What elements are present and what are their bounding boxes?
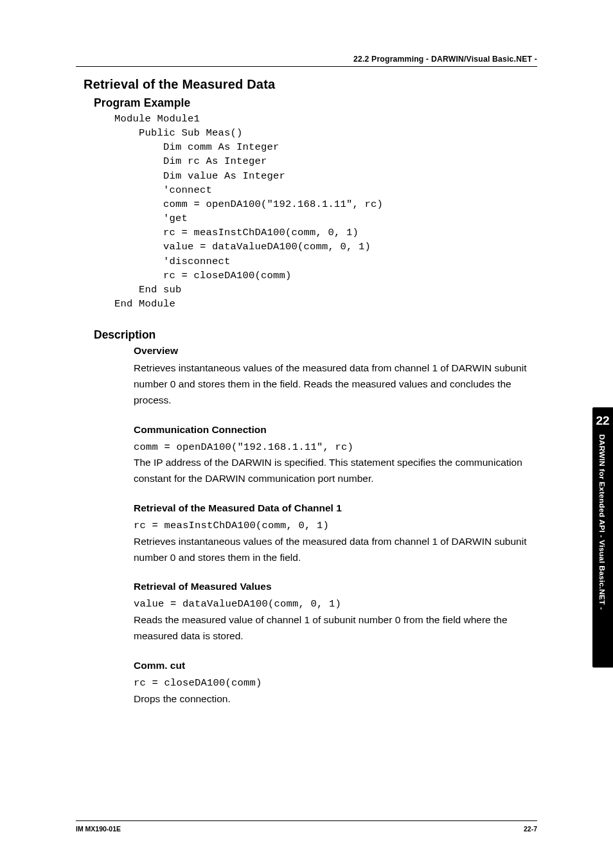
comm-cut-code: rc = closeDA100(comm) bbox=[134, 675, 537, 691]
retrieval-values-section: Retrieval of Measured Values value = dat… bbox=[76, 581, 537, 644]
chapter-tab-number: 22 bbox=[592, 407, 613, 428]
page-title: Retrieval of the Measured Data bbox=[84, 77, 537, 92]
description-heading: Description bbox=[94, 328, 537, 342]
comm-conn-heading: Communication Connection bbox=[134, 424, 537, 436]
comm-conn-code: comm = openDA100("192.168.1.11", rc) bbox=[134, 439, 537, 456]
program-example-heading: Program Example bbox=[94, 96, 537, 110]
footer-row: IM MX190-01E 22-7 bbox=[76, 825, 537, 833]
footer-left: IM MX190-01E bbox=[76, 825, 121, 833]
retrieval-values-heading: Retrieval of Measured Values bbox=[134, 581, 537, 592]
overview-section: Overview Retrieves instantaneous values … bbox=[76, 345, 537, 408]
program-example-code: Module Module1 Public Sub Meas() Dim com… bbox=[114, 112, 537, 311]
retrieval-ch1-heading: Retrieval of the Measured Data of Channe… bbox=[134, 502, 537, 514]
chapter-tab: 22 DARWIN for Extended API - Visual Basi… bbox=[592, 407, 613, 668]
retrieval-ch1-text: Retrieves instantaneous values of the me… bbox=[134, 534, 537, 566]
comm-cut-heading: Comm. cut bbox=[134, 660, 537, 671]
comm-cut-text: Drops the connection. bbox=[134, 691, 537, 707]
comm-conn-section: Communication Connection comm = openDA10… bbox=[76, 424, 537, 487]
header-divider bbox=[76, 66, 537, 67]
page-footer: IM MX190-01E 22-7 bbox=[76, 820, 537, 833]
retrieval-ch1-section: Retrieval of the Measured Data of Channe… bbox=[76, 502, 537, 565]
retrieval-ch1-code: rc = measInstChDA100(comm, 0, 1) bbox=[134, 518, 537, 534]
comm-cut-section: Comm. cut rc = closeDA100(comm) Drops th… bbox=[76, 660, 537, 707]
overview-text: Retrieves instantaneous values of the me… bbox=[134, 360, 537, 408]
page-content: 22.2 Programming - DARWIN/Visual Basic.N… bbox=[0, 0, 613, 707]
comm-conn-text: The IP address of the DARWIN is specifie… bbox=[134, 455, 537, 487]
footer-right: 22-7 bbox=[524, 825, 537, 833]
retrieval-values-text: Reads the measured value of channel 1 of… bbox=[134, 612, 537, 644]
overview-heading: Overview bbox=[134, 345, 537, 357]
footer-divider bbox=[76, 820, 537, 821]
header-section-label: 22.2 Programming - DARWIN/Visual Basic.N… bbox=[76, 55, 537, 66]
chapter-tab-text: DARWIN for Extended API - Visual Basic.N… bbox=[598, 434, 607, 610]
retrieval-values-code: value = dataValueDA100(comm, 0, 1) bbox=[134, 596, 537, 612]
